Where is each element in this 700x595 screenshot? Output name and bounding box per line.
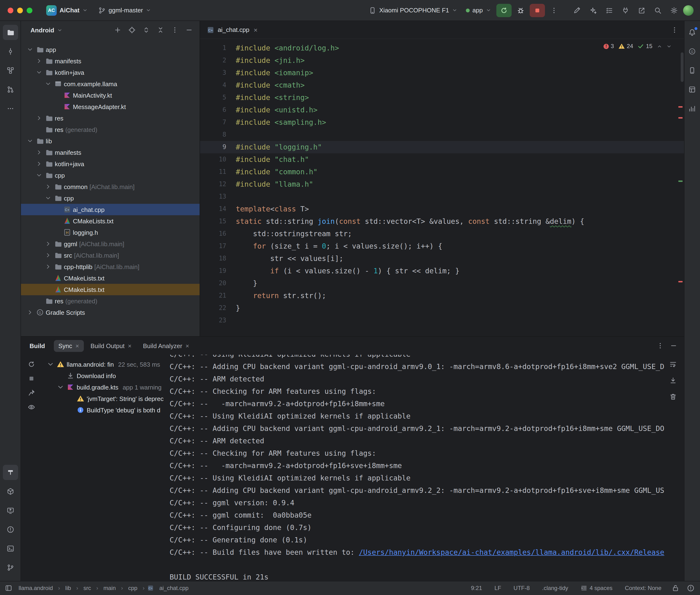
tree-item[interactable]: manifests	[21, 147, 200, 158]
app-insights-tool-button[interactable]	[684, 101, 700, 116]
tree-item[interactable]: MessageAdapter.kt	[21, 101, 200, 112]
settings-button[interactable]	[667, 4, 681, 17]
terminal-tool-button[interactable]	[3, 541, 18, 556]
tree-item[interactable]: res	[21, 112, 200, 124]
device-manager-tool-button[interactable]	[684, 63, 700, 78]
chevron-right-icon[interactable]	[35, 57, 43, 65]
problems-tool-button[interactable]	[3, 522, 18, 537]
tool-window-layout-icon[interactable]	[5, 584, 12, 592]
previous-problem-icon[interactable]	[657, 44, 662, 49]
error-stripe-mark[interactable]	[678, 180, 682, 182]
chevron-down-icon[interactable]	[35, 68, 43, 76]
breadcrumb-item[interactable]: ai_chat.cpp	[157, 584, 191, 592]
context-indicator[interactable]: Context: None	[623, 584, 664, 592]
hide-project-panel-button[interactable]	[184, 24, 195, 36]
inspections-widget[interactable]: !3 24 15	[604, 43, 671, 50]
minimize-window-button[interactable]	[17, 7, 23, 13]
debug-button[interactable]	[513, 4, 528, 17]
chevron-right-icon[interactable]	[44, 263, 52, 271]
tree-item[interactable]: app	[21, 44, 200, 55]
editor-scrollbar[interactable]	[680, 52, 683, 82]
breadcrumb-item[interactable]: main	[101, 584, 118, 592]
code-editor[interactable]: 1#include <android/log.h>2#include <jni.…	[200, 39, 684, 336]
stop-button[interactable]	[529, 4, 545, 17]
scroll-to-end-button[interactable]	[667, 375, 679, 386]
chevron-right-icon[interactable]	[44, 240, 52, 248]
compose-button[interactable]	[569, 4, 584, 17]
project-view-selector[interactable]: Android	[28, 25, 65, 35]
editor-tab-ai-chat-cpp[interactable]: C+ ai_chat.cpp ×	[200, 21, 262, 38]
resync-button[interactable]	[25, 359, 38, 370]
chevron-right-icon[interactable]	[44, 183, 52, 191]
stop-build-button[interactable]	[25, 373, 38, 384]
build-tree-item[interactable]: BuildType 'debug' is both d	[42, 404, 170, 416]
lock-open-icon[interactable]	[671, 584, 679, 592]
hide-build-panel-button[interactable]	[668, 340, 679, 351]
tab-build-output[interactable]: Build Output×	[86, 340, 136, 352]
error-stripe-mark[interactable]	[678, 281, 682, 282]
more-run-actions-button[interactable]	[547, 4, 561, 17]
caret-position[interactable]: 9:21	[469, 584, 484, 592]
project-tree[interactable]: appmanifestskotlin+javacom.example.llama…	[21, 39, 200, 336]
tree-item[interactable]: MainActivity.kt	[21, 89, 200, 101]
tree-item[interactable]: CMakeLists.txt	[21, 284, 200, 295]
close-tab-icon[interactable]: ×	[76, 342, 79, 349]
chevron-down-icon[interactable]	[44, 194, 52, 202]
project-tool-button[interactable]	[3, 25, 18, 40]
running-devices-tool-button[interactable]	[3, 503, 18, 518]
tree-item[interactable]: cpp-httplib[AiChat.lib.main]	[21, 261, 200, 273]
locate-file-button[interactable]	[126, 24, 138, 36]
next-problem-icon[interactable]	[666, 44, 671, 49]
chevron-right-icon[interactable]	[35, 148, 43, 156]
expand-all-button[interactable]	[141, 24, 152, 36]
file-encoding[interactable]: UTF-8	[511, 584, 532, 592]
run-config-selector[interactable]: app	[463, 5, 494, 16]
tree-item[interactable]: common[AiChat.lib.main]	[21, 181, 200, 192]
breadcrumb-item[interactable]: lib	[63, 584, 73, 592]
info-circle-icon[interactable]	[687, 584, 694, 592]
tree-item[interactable]: ggml[AiChat.lib.main]	[21, 238, 200, 250]
tree-item[interactable]: manifests	[21, 55, 200, 67]
ai-assistant-button[interactable]	[586, 4, 600, 17]
fullscreen-window-button[interactable]	[27, 7, 32, 13]
line-ending[interactable]: LF	[492, 584, 504, 592]
breadcrumb-item[interactable]: cpp	[126, 584, 140, 592]
tree-item[interactable]: CMakeLists.txt	[21, 273, 200, 284]
more-tool-windows-button[interactable]	[3, 101, 18, 116]
commit-tool-button[interactable]	[3, 44, 18, 59]
share-button[interactable]	[634, 4, 648, 17]
close-tab-icon[interactable]: ×	[186, 342, 189, 349]
tree-item[interactable]: CMakeLists.txt	[21, 215, 200, 227]
build-console[interactable]: C/C++: -- Using KleidiAI optimized kerne…	[170, 355, 684, 581]
indent-setting[interactable]: 4 spaces	[578, 584, 615, 592]
tab-sync[interactable]: Sync×	[54, 340, 84, 352]
close-window-button[interactable]	[8, 7, 13, 13]
tree-item[interactable]: Hlogging.h	[21, 227, 200, 238]
chevron-right-icon[interactable]	[35, 114, 43, 122]
vcs-branch-widget[interactable]: ggml-master	[95, 4, 155, 16]
task-list-button[interactable]	[602, 4, 616, 17]
pull-requests-tool-button[interactable]	[3, 82, 18, 97]
tree-item[interactable]: cpp	[21, 170, 200, 181]
build-tool-button[interactable]	[3, 464, 18, 480]
device-explorer-tool-button[interactable]	[3, 484, 18, 499]
tree-item[interactable]: res(generated)	[21, 295, 200, 307]
tree-item[interactable]: com.example.llama	[21, 78, 200, 89]
breadcrumb-item[interactable]: llama.android	[16, 584, 55, 592]
tree-item[interactable]: res(generated)	[21, 124, 200, 135]
plugins-button[interactable]	[618, 4, 632, 17]
build-options-button[interactable]	[654, 340, 666, 351]
tree-item[interactable]: lib	[21, 135, 200, 147]
error-stripe-mark[interactable]	[678, 106, 682, 108]
tab-build-analyzer[interactable]: Build Analyzer×	[138, 340, 194, 352]
device-selector[interactable]: Xiaomi POCOPHONE F1	[365, 4, 460, 16]
project-options-button[interactable]	[169, 24, 180, 36]
chevron-down-icon[interactable]	[44, 80, 52, 88]
build-tree-item[interactable]: 'jvmTarget': String' is deprec	[42, 393, 170, 404]
chevron-right-icon[interactable]	[35, 160, 43, 168]
clang-tidy-status[interactable]: .clang-tidy	[540, 584, 570, 592]
chevron-down-icon[interactable]	[26, 137, 34, 145]
clear-console-button[interactable]	[667, 391, 679, 402]
structure-tool-button[interactable]	[3, 63, 18, 78]
tree-item[interactable]: kotlin+java	[21, 67, 200, 78]
